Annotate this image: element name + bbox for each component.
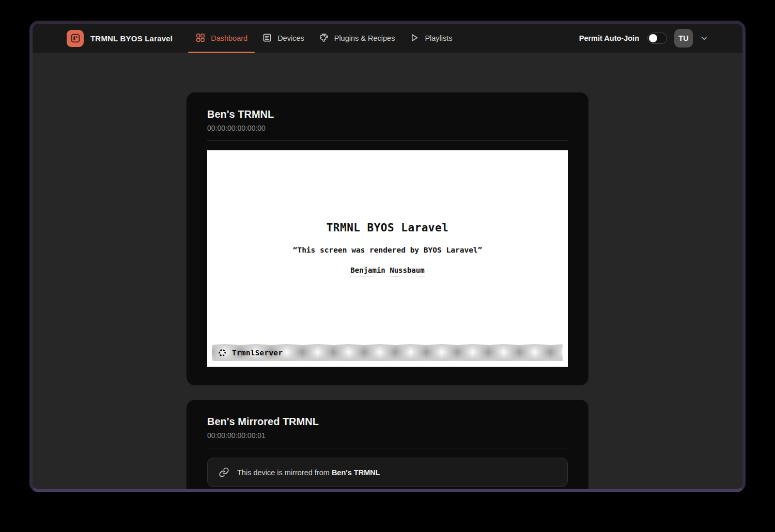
tab-dashboard-label: Dashboard — [211, 34, 247, 42]
device-card-bens-mirrored-trmnl: Ben's Mirrored TRMNL 00:00:00:00:00:01 T… — [187, 400, 588, 492]
link-icon — [219, 467, 229, 478]
tab-devices-label: Devices — [277, 34, 304, 42]
device-mac-address: 00:00:00:00:00:01 — [207, 431, 568, 440]
user-avatar[interactable]: TU — [674, 29, 693, 48]
mirror-source-device: Ben's TRMNL — [330, 468, 380, 477]
tab-devices[interactable]: Devices — [255, 24, 312, 53]
chevron-down-icon[interactable] — [700, 34, 708, 42]
spinner-icon — [218, 348, 227, 357]
toggle-knob — [649, 34, 657, 42]
mirror-notice: This device is mirrored fromBen's TRMNL — [207, 458, 568, 487]
divider — [207, 448, 568, 448]
screen-status-bar: TrmnlServer — [212, 345, 563, 361]
screen-quote: “This screen was rendered by BYOS Larave… — [207, 246, 568, 254]
device-card-bens-trmnl: Ben's TRMNL 00:00:00:00:00:00 TRMNL BYOS… — [187, 92, 588, 385]
device-name: Ben's TRMNL — [207, 108, 568, 120]
device-mac-address: 00:00:00:00:00:00 — [207, 124, 568, 132]
brand-title: TRMNL BYOS Laravel — [90, 34, 173, 43]
navbar-right: Permit Auto-Join TU — [579, 24, 708, 53]
tab-dashboard[interactable]: Dashboard — [188, 24, 255, 53]
divider — [207, 140, 568, 141]
screen-badge-label: TrmnlServer — [232, 349, 283, 357]
app-window: TRMNL BYOS Laravel Dashboard — [29, 21, 746, 492]
trmnl-logo-icon — [67, 30, 84, 47]
device-name: Ben's Mirrored TRMNL — [207, 416, 568, 428]
brand: TRMNL BYOS Laravel — [67, 24, 173, 53]
play-icon — [409, 33, 420, 44]
screen-content: TRMNL BYOS Laravel “This screen was rend… — [207, 222, 568, 276]
permit-auto-join-label: Permit Auto-Join — [579, 34, 639, 42]
tab-plugins-recipes-label: Plugins & Recipes — [334, 34, 395, 42]
navbar: TRMNL BYOS Laravel Dashboard — [33, 24, 742, 53]
mirror-notice-text: This device is mirrored fromBen's TRMNL — [237, 468, 380, 477]
screen-author-row: Benjamin Nussbaum — [207, 265, 568, 276]
dashboard-content: Ben's TRMNL 00:00:00:00:00:00 TRMNL BYOS… — [33, 53, 742, 492]
nav-tabs: Dashboard Devices — [188, 24, 459, 53]
tab-playlists[interactable]: Playlists — [402, 24, 459, 53]
device-list-icon — [262, 33, 272, 44]
device-screen-preview: TRMNL BYOS Laravel “This screen was rend… — [207, 150, 568, 367]
screen-author-link: Benjamin Nussbaum — [350, 266, 424, 276]
tab-playlists-label: Playlists — [425, 34, 452, 42]
grid-icon — [195, 33, 206, 44]
tab-plugins-recipes[interactable]: Plugins & Recipes — [312, 24, 402, 53]
screen-title: TRMNL BYOS Laravel — [207, 222, 568, 234]
permit-auto-join-toggle[interactable] — [647, 33, 667, 44]
puzzle-icon — [319, 33, 329, 44]
